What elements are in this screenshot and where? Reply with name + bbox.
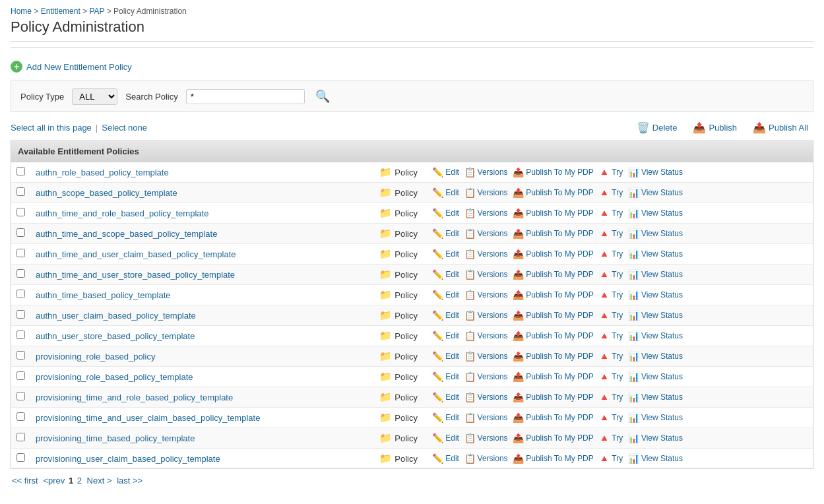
edit-link[interactable]: ✏️ Edit	[432, 453, 459, 464]
policy-name-link[interactable]: provisioning_role_based_policy	[36, 352, 155, 362]
versions-link[interactable]: 📋 Versions	[464, 433, 508, 443]
try-link[interactable]: 🔺 Try	[598, 351, 623, 362]
view-status-link[interactable]: 📊 View Status	[628, 290, 683, 300]
publish-pdp-link[interactable]: 📤 Publish To My PDP	[513, 433, 594, 443]
select-all-link[interactable]: Select all in this page	[11, 123, 92, 133]
publish-button[interactable]: 📤 Publish	[687, 119, 742, 137]
policy-name-link[interactable]: authn_time_based_policy_template	[36, 290, 171, 300]
row-checkbox[interactable]	[16, 269, 25, 278]
pagination-page-1[interactable]: 1	[69, 476, 73, 486]
edit-link[interactable]: ✏️ Edit	[432, 228, 459, 239]
edit-link[interactable]: ✏️ Edit	[432, 392, 459, 402]
view-status-link[interactable]: 📊 View Status	[628, 228, 683, 239]
versions-link[interactable]: 📋 Versions	[464, 331, 508, 341]
try-link[interactable]: 🔺 Try	[598, 208, 623, 218]
pagination-page-2[interactable]: 2	[77, 476, 82, 486]
try-link[interactable]: 🔺 Try	[598, 290, 623, 300]
view-status-link[interactable]: 📊 View Status	[628, 167, 683, 177]
breadcrumb-home[interactable]: Home	[11, 7, 32, 16]
view-status-link[interactable]: 📊 View Status	[628, 208, 683, 218]
pagination-first[interactable]: << first	[12, 476, 38, 486]
row-checkbox[interactable]	[16, 371, 25, 380]
view-status-link[interactable]: 📊 View Status	[628, 331, 683, 341]
try-link[interactable]: 🔺 Try	[598, 392, 623, 402]
search-input[interactable]	[186, 89, 305, 104]
versions-link[interactable]: 📋 Versions	[464, 392, 508, 402]
publish-pdp-link[interactable]: 📤 Publish To My PDP	[513, 228, 594, 239]
row-checkbox[interactable]	[16, 331, 25, 339]
versions-link[interactable]: 📋 Versions	[464, 453, 508, 464]
view-status-link[interactable]: 📊 View Status	[628, 371, 683, 382]
view-status-link[interactable]: 📊 View Status	[628, 392, 683, 402]
publish-pdp-link[interactable]: 📤 Publish To My PDP	[513, 187, 594, 198]
view-status-link[interactable]: 📊 View Status	[628, 433, 683, 443]
publish-pdp-link[interactable]: 📤 Publish To My PDP	[513, 392, 594, 402]
policy-name-link[interactable]: provisioning_role_based_policy_template	[36, 372, 193, 382]
policy-name-link[interactable]: provisioning_user_claim_based_policy_tem…	[36, 454, 220, 464]
row-checkbox[interactable]	[16, 351, 25, 360]
view-status-link[interactable]: 📊 View Status	[628, 453, 683, 464]
edit-link[interactable]: ✏️ Edit	[432, 371, 459, 382]
breadcrumb-pap[interactable]: PAP	[89, 7, 104, 16]
policy-name-link[interactable]: authn_time_and_scope_based_policy_templa…	[36, 229, 217, 239]
versions-link[interactable]: 📋 Versions	[464, 290, 508, 300]
publish-pdp-link[interactable]: 📤 Publish To My PDP	[513, 331, 594, 341]
edit-link[interactable]: ✏️ Edit	[432, 412, 459, 423]
view-status-link[interactable]: 📊 View Status	[628, 351, 683, 362]
policy-name-link[interactable]: provisioning_time_based_policy_template	[36, 433, 195, 443]
versions-link[interactable]: 📋 Versions	[464, 412, 508, 423]
policy-name-link[interactable]: authn_user_store_based_policy_template	[36, 331, 195, 341]
view-status-link[interactable]: 📊 View Status	[628, 310, 683, 321]
delete-button[interactable]: 🗑️ Delete	[631, 119, 683, 137]
try-link[interactable]: 🔺 Try	[598, 310, 623, 321]
edit-link[interactable]: ✏️ Edit	[432, 167, 459, 177]
row-checkbox[interactable]	[16, 412, 25, 421]
add-new-policy-link[interactable]: + Add New Entitlement Policy	[11, 61, 132, 73]
try-link[interactable]: 🔺 Try	[598, 453, 623, 464]
versions-link[interactable]: 📋 Versions	[464, 187, 508, 198]
policy-name-link[interactable]: authn_user_claim_based_policy_template	[36, 311, 196, 321]
policy-name-link[interactable]: authn_time_and_role_based_policy_templat…	[36, 208, 208, 218]
publish-pdp-link[interactable]: 📤 Publish To My PDP	[513, 453, 594, 464]
edit-link[interactable]: ✏️ Edit	[432, 351, 459, 362]
view-status-link[interactable]: 📊 View Status	[628, 269, 683, 280]
search-button[interactable]: 🔍	[313, 88, 333, 105]
policy-type-select[interactable]: ALL Policy Rule	[72, 88, 117, 105]
try-link[interactable]: 🔺 Try	[598, 412, 623, 423]
edit-link[interactable]: ✏️ Edit	[432, 269, 459, 280]
edit-link[interactable]: ✏️ Edit	[432, 187, 459, 198]
try-link[interactable]: 🔺 Try	[598, 249, 623, 259]
versions-link[interactable]: 📋 Versions	[464, 249, 508, 259]
publish-pdp-link[interactable]: 📤 Publish To My PDP	[513, 167, 594, 177]
pagination-prev[interactable]: <prev	[43, 476, 65, 486]
edit-link[interactable]: ✏️ Edit	[432, 310, 459, 321]
publish-pdp-link[interactable]: 📤 Publish To My PDP	[513, 208, 594, 218]
edit-link[interactable]: ✏️ Edit	[432, 433, 459, 443]
versions-link[interactable]: 📋 Versions	[464, 167, 508, 177]
row-checkbox[interactable]	[16, 228, 25, 237]
publish-pdp-link[interactable]: 📤 Publish To My PDP	[513, 249, 594, 259]
try-link[interactable]: 🔺 Try	[598, 187, 623, 198]
row-checkbox[interactable]	[16, 167, 25, 175]
versions-link[interactable]: 📋 Versions	[464, 228, 508, 239]
edit-link[interactable]: ✏️ Edit	[432, 249, 459, 259]
row-checkbox[interactable]	[16, 249, 25, 257]
edit-link[interactable]: ✏️ Edit	[432, 208, 459, 218]
row-checkbox[interactable]	[16, 392, 25, 400]
try-link[interactable]: 🔺 Try	[598, 371, 623, 382]
try-link[interactable]: 🔺 Try	[598, 331, 623, 341]
publish-pdp-link[interactable]: 📤 Publish To My PDP	[513, 290, 594, 300]
versions-link[interactable]: 📋 Versions	[464, 310, 508, 321]
versions-link[interactable]: 📋 Versions	[464, 371, 508, 382]
policy-name-link[interactable]: authn_scope_based_policy_template	[36, 188, 177, 198]
policy-name-link[interactable]: provisioning_time_and_role_based_policy_…	[36, 393, 233, 402]
row-checkbox[interactable]	[16, 310, 25, 319]
publish-all-button[interactable]: 📤 Publish All	[747, 119, 813, 137]
view-status-link[interactable]: 📊 View Status	[628, 249, 683, 259]
publish-pdp-link[interactable]: 📤 Publish To My PDP	[513, 371, 594, 382]
publish-pdp-link[interactable]: 📤 Publish To My PDP	[513, 269, 594, 280]
edit-link[interactable]: ✏️ Edit	[432, 290, 459, 300]
policy-name-link[interactable]: provisioning_time_and_user_claim_based_p…	[36, 413, 260, 423]
row-checkbox[interactable]	[16, 208, 25, 216]
row-checkbox[interactable]	[16, 453, 25, 462]
